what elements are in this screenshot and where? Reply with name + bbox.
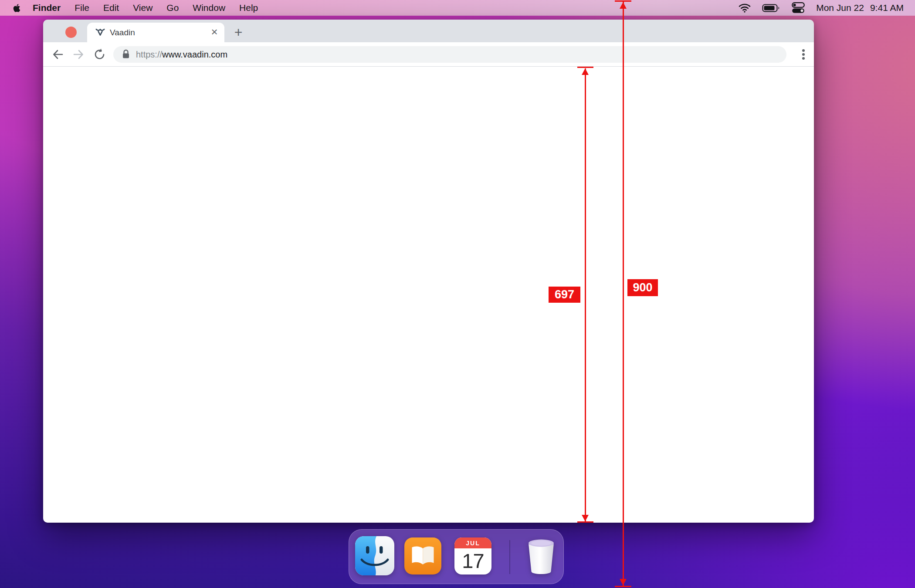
url-scheme: https://: [136, 50, 162, 59]
dock-finder-icon[interactable]: [355, 536, 394, 577]
apple-menu-icon[interactable]: [13, 3, 20, 13]
menu-item-finder[interactable]: Finder: [31, 3, 62, 13]
measure-900-arrow-down: [620, 579, 627, 585]
dock-trash-icon[interactable]: [524, 537, 559, 578]
menu-item-view[interactable]: View: [131, 3, 154, 13]
dock-divider: [509, 540, 510, 574]
menu-bar: Finder File Edit View Go Window Help: [0, 0, 915, 16]
measure-900-bottom-cap: [615, 586, 631, 587]
calendar-day-label: 17: [454, 548, 491, 574]
tab-close-icon[interactable]: ×: [208, 26, 221, 39]
dock-books-icon[interactable]: [404, 537, 441, 576]
measure-697-bottom-cap: [577, 521, 593, 523]
reload-icon[interactable]: [93, 47, 107, 61]
menu-item-window[interactable]: Window: [191, 3, 227, 13]
url-text[interactable]: https://www.vaadin.com: [136, 46, 227, 63]
measure-900-line: [623, 2, 624, 586]
battery-icon[interactable]: [762, 3, 780, 13]
lock-icon[interactable]: [122, 49, 130, 59]
clock-date: Mon Jun 22: [816, 3, 864, 13]
measure-697-line: [585, 68, 586, 522]
tab-title: Vaadin: [110, 23, 135, 43]
url-host: www.vaadin.com: [162, 50, 227, 59]
vaadin-favicon-icon: [95, 27, 105, 37]
measure-900-arrow-up: [620, 2, 627, 9]
dock-calendar-icon[interactable]: JUL 17: [454, 537, 491, 574]
wifi-icon[interactable]: [739, 3, 751, 13]
back-icon[interactable]: [51, 47, 65, 61]
menu-item-file[interactable]: File: [73, 3, 91, 13]
window-close-button[interactable]: [65, 27, 77, 38]
measure-900-label: 900: [627, 279, 658, 296]
desktop: Finder File Edit View Go Window Help: [0, 0, 915, 588]
calendar-month-label: JUL: [454, 537, 491, 548]
measure-697-arrow-up: [582, 68, 589, 75]
browser-menu-icon[interactable]: [798, 48, 809, 61]
new-tab-button[interactable]: +: [231, 25, 246, 40]
clock-time: 9:41 AM: [870, 3, 904, 13]
browser-tab-vaadin[interactable]: [87, 23, 224, 43]
control-center-icon[interactable]: [792, 2, 805, 14]
measure-697-label: 697: [549, 287, 580, 303]
browser-page-content: [43, 67, 814, 523]
menu-bar-clock[interactable]: Mon Jun 22 9:41 AM: [816, 3, 904, 13]
menu-item-help[interactable]: Help: [237, 3, 260, 13]
measure-697-top-cap: [577, 67, 593, 68]
menu-item-edit[interactable]: Edit: [102, 3, 121, 13]
forward-icon[interactable]: [71, 47, 85, 61]
measure-697-arrow-down: [582, 515, 589, 521]
menu-item-go[interactable]: Go: [165, 3, 180, 13]
